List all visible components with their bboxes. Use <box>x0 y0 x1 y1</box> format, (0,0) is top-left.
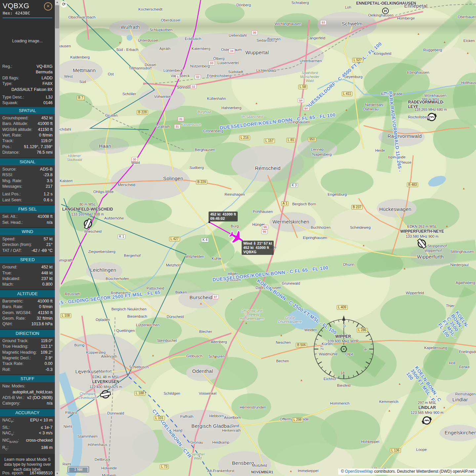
data-row: QNH:1013.6 hPa <box>0 321 55 327</box>
data-row: NICBARO:cross-checked <box>0 438 55 445</box>
data-row: Pos.:51.129°, 7.159° <box>0 144 55 150</box>
data-row: Direction (from):21° <box>0 242 55 248</box>
data-row: Magnetic Heading:109.2° <box>0 350 55 355</box>
data-row: Roll:-0.3 <box>0 367 55 373</box>
section-body: Speed:57 ktDirection (from):21°TAT / OAT… <box>0 235 55 255</box>
data-row: True:448 kt <box>0 270 55 276</box>
section-body: Nav. Modes:autopilot,alt_hold,tcasADS-B … <box>0 382 55 408</box>
data-row: Messages:217 <box>0 184 55 189</box>
data-row: Sel. Alt.:41008 ft <box>0 214 55 219</box>
data-row: Magnetic Decl.:2.9° <box>0 355 55 361</box>
section-header: DIRECTION <box>0 330 55 337</box>
scroll-up-icon[interactable]: ▲ <box>55 0 60 5</box>
data-row: RC:186 m <box>0 445 55 452</box>
data-row: Mach:0.800 <box>0 282 55 287</box>
data-row: Groundspeed:452 kt <box>0 115 55 121</box>
section-header: SPATIAL <box>0 107 55 114</box>
section-header: ALTITUDE <box>0 290 55 297</box>
aircraft-photo-placeholder: Loading image... <box>0 18 55 64</box>
data-row: Track Rate:0.00 <box>0 361 55 367</box>
scale-bar: 1 NM <box>67 466 89 473</box>
map-attribution: © OpenStreetMap contributors. Deutscher … <box>338 468 476 475</box>
pos-epoch-value: 1674985510 <box>26 470 53 476</box>
data-row: Ground Track:119.0° <box>0 338 55 344</box>
data-row: Speed:57 kt <box>0 236 55 242</box>
section-body: NACP:EPU < 10 mSIL:≤ 1e-7NACV:< 3 m/sNIC… <box>0 416 55 454</box>
tar1090-app: VQBXG ✕ Hex: 4243BC Loading image... Reg… <box>0 0 476 476</box>
data-row: Nav. Modes:autopilot,alt_hold,tcas <box>0 383 55 395</box>
scroll-down-icon[interactable]: ▼ <box>55 471 60 476</box>
sidebar-content: VQBXG ✕ Hex: 4243BC Loading image... Reg… <box>0 0 55 476</box>
telemetry-sections: SPATIALGroundspeed:452 ktBaro. Altitude:… <box>0 107 55 454</box>
data-row: NACV:< 3 m/s <box>0 430 55 438</box>
section-body: Groundspeed:452 ktBaro. Altitude:41000 f… <box>0 114 55 157</box>
data-row: Msg. Rate:3.5 <box>0 178 55 184</box>
data-row: DASSAULT Falcon 8X <box>0 87 55 93</box>
data-row: Geom. Rate:32 ft/min <box>0 316 55 321</box>
data-row: DB flags:LADD <box>0 75 55 81</box>
data-row: Ground:452 kt <box>0 264 55 270</box>
map[interactable]: H WuppertalMettmannHaanSolingenRemscheid… <box>60 0 476 476</box>
data-row: Last Seen:0.6 s <box>0 197 55 203</box>
section-body: Ground Track:119.0°True Heading:112.1°Ma… <box>0 337 55 374</box>
section-header: WIND <box>0 228 55 235</box>
data-row: Type:FA8X <box>0 81 55 87</box>
heliport-icon: H <box>382 8 388 14</box>
data-row: Track:119.0° <box>0 138 55 144</box>
openstreetmap-link[interactable]: OpenStreetMap <box>345 469 373 474</box>
scrollbar-thumb[interactable] <box>55 5 59 28</box>
data-row: RSSI:-23.8 <box>0 172 55 178</box>
trail-point-label: 452 kt 41000 ft 09:45:02 <box>209 212 238 221</box>
section-header: SIGNAL <box>0 158 55 165</box>
section-body: Sel. Alt.:41008 ftSel. Head.:n/a <box>0 213 55 227</box>
data-row: Type Desc.:L3J <box>0 95 55 100</box>
section-header: FMS SEL <box>0 206 55 213</box>
data-row: TAT / OAT:-42 / -69 °C <box>0 248 55 254</box>
data-row: Squawk:0146 <box>0 100 55 106</box>
map-rotate-control[interactable]: ⟳ <box>60 1 67 8</box>
sidebar-scrollbar[interactable]: ▲ ▼ <box>55 0 60 476</box>
data-row: NACP:EPU < 10 m <box>0 417 55 425</box>
section-header: ACCURACY <box>0 409 55 416</box>
data-row: Geom. WGS84:41150 ft <box>0 310 55 316</box>
data-row: Source:ADS-B <box>0 167 55 172</box>
data-row: Baro. Altitude:41000 ft <box>0 121 55 127</box>
data-row: ADS-B Ver.:v2 (DO-260B) <box>0 395 55 401</box>
data-row: Indicated:237 kt <box>0 276 55 282</box>
section-header: SPEED <box>0 256 55 263</box>
close-icon[interactable]: ✕ <box>44 2 52 11</box>
aircraft-basic-info: Reg.:VQ-BXGBermudaDB flags:LADDType:FA8X… <box>0 64 55 106</box>
divider <box>3 18 52 18</box>
aircraft-hex: Hex: 4243BC <box>3 11 52 16</box>
data-row: Sel. Head.:n/a <box>0 220 55 225</box>
pos-epoch-row: Pos. epoch: 1674985510 <box>0 470 55 476</box>
data-row: True Heading:112.1° <box>0 344 55 349</box>
data-row: WGS84 altitude:41150 ft <box>0 127 55 133</box>
svg-text:H: H <box>384 9 387 13</box>
data-row: SIL:≤ 1e-7 <box>0 425 55 430</box>
pos-epoch-label: Pos. epoch: <box>2 470 24 476</box>
data-row: Category:n/a <box>0 401 55 406</box>
data-row: Barometric:41000 ft <box>0 298 55 304</box>
aircraft-label[interactable]: Wind ⇩ 21° 57 kt 452 kt 41000 ft VQBXG <box>242 241 274 255</box>
section-body: Ground:452 ktTrue:448 ktIndicated:237 kt… <box>0 263 55 289</box>
sidebar-header: VQBXG ✕ Hex: 4243BC <box>0 0 55 18</box>
basemap-tiles: H <box>60 0 476 476</box>
data-row: Distance:76.5 nmi <box>0 150 55 155</box>
section-body: Barometric:41000 ftBaro. Rate:0 ft/minGe… <box>0 297 55 329</box>
aircraft-info-panel: VQBXG ✕ Hex: 4243BC Loading image... Reg… <box>0 0 60 476</box>
data-row: Bermuda <box>0 69 55 75</box>
data-row: Vert. Rate:0 ft/min <box>0 133 55 138</box>
data-row: Last Pos.:1.2 s <box>0 191 55 197</box>
data-row: Baro. Rate:0 ft/min <box>0 304 55 310</box>
data-row: Reg.:VQ-BXG <box>0 64 55 69</box>
section-body: Source:ADS-BRSSI:-23.8Msg. Rate:3.5Messa… <box>0 165 55 205</box>
section-header: STUFF <box>0 375 55 382</box>
